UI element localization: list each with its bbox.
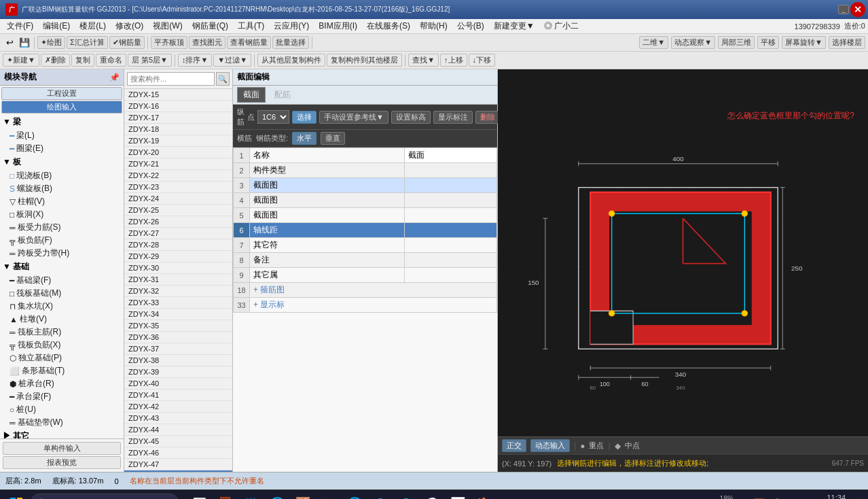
taskbar-app-store[interactable]: 🪟 [291, 492, 315, 500]
btn-sort[interactable]: ↕排序▼ [178, 54, 212, 67]
sidebar-item-sump[interactable]: ⊓ 集水坑(X) [0, 300, 124, 313]
btn-find[interactable]: 查找▼ [408, 54, 439, 67]
sidebar-group-other[interactable]: ▶ 其它 [0, 429, 124, 438]
toolbar-select-floor[interactable]: 选择楼层 [829, 36, 865, 49]
list-item[interactable]: ZDYX-23 [124, 182, 232, 193]
prop-value-other-attr[interactable] [405, 268, 497, 283]
sidebar-item-pile-cap[interactable]: ⬢ 桩承台(R) [0, 377, 124, 390]
tab-horizontal[interactable]: 水平 [292, 132, 317, 145]
list-item[interactable]: ZDYX-42 [124, 401, 232, 413]
btn-copy[interactable]: 复制 [71, 54, 94, 67]
btn-copy-from-layer[interactable]: 从其他层复制构件 [257, 54, 325, 67]
taskbar-app-calc[interactable]: 📊 [446, 492, 470, 500]
list-item[interactable]: ZDYX-17 [124, 112, 232, 124]
prop-value-name[interactable]: 截面 [405, 148, 497, 163]
sidebar-item-raft-main-rebar[interactable]: ═ 筏板主筋(R) [0, 326, 124, 339]
list-item[interactable]: ZDYX-29 [124, 251, 232, 262]
list-item[interactable]: ZDYX-24 [124, 193, 232, 205]
list-item[interactable]: ZDYX-15 [124, 89, 232, 101]
prop-value-type[interactable] [405, 163, 497, 178]
list-item[interactable]: ZDYX-33 [124, 297, 232, 309]
list-item[interactable]: ZDYX-45 [124, 436, 232, 447]
sidebar-item-column-pedestal[interactable]: ▲ 柱墩(V) [0, 313, 124, 326]
list-item[interactable]: ZDYX-20 [124, 147, 232, 158]
btn-manual-ref-line[interactable]: 手动设置参考线▼ [319, 111, 388, 124]
list-item[interactable]: ZDYX-38 [124, 355, 232, 366]
list-item[interactable]: ZDYX-43 [124, 413, 232, 424]
taskbar-app-task-view[interactable]: ⬜ [187, 492, 212, 500]
sidebar-item-foundation-belt[interactable]: ═ 基础垫带(W) [0, 416, 124, 429]
toolbar-sum[interactable]: Σ汇总计算 [67, 36, 108, 49]
menu-view[interactable]: 视图(W) [149, 19, 186, 33]
sidebar-group-slab[interactable]: ▼ 板 [0, 155, 124, 169]
sidebar-item-cap-beam[interactable]: ━ 承台梁(F) [0, 390, 124, 403]
toolbar-batch-select[interactable]: 批量选择 [272, 36, 309, 49]
taskbar-app-goglodon[interactable]: G [368, 492, 393, 500]
rebar-type-select[interactable]: 1C6 [257, 110, 289, 124]
taskbar-app-ie[interactable]: 🌐 [265, 492, 289, 500]
toolbar-local-3d[interactable]: 局部三维 [718, 36, 755, 49]
prop-value-section[interactable] [405, 178, 497, 193]
toolbar-align-top[interactable]: 平齐板顶 [151, 36, 187, 49]
sidebar-item-strip-foundation[interactable]: ⬜ 条形基础(T) [0, 364, 124, 377]
sidebar-item-raft-neg-rebar[interactable]: ╦ 筏板负筋(X) [0, 339, 124, 351]
prop-value-axis[interactable] [405, 223, 497, 238]
btn-new[interactable]: ✦新建▼ [3, 54, 39, 67]
list-item[interactable]: ZDYX-28 [124, 239, 232, 251]
sidebar-item-span-rebar[interactable]: ═ 跨板受力带(H) [0, 247, 124, 260]
list-item[interactable]: ZDYX-41 [124, 390, 232, 401]
sidebar-item-slab-hole[interactable]: □ 板洞(X) [0, 208, 124, 221]
list-item[interactable]: ZDYX-36 [124, 332, 232, 343]
btn-layer[interactable]: 层 第5层▼ [128, 54, 172, 67]
list-item[interactable]: ZDYX-39 [124, 366, 232, 378]
list-item[interactable]: ZDYX-44 [124, 424, 232, 436]
tab-section[interactable]: 截面 [237, 87, 266, 103]
sidebar-item-pile[interactable]: ○ 桩(U) [0, 403, 124, 416]
expand-show[interactable]: + 显示标 [253, 300, 285, 309]
menu-edit[interactable]: 编辑(E) [39, 19, 74, 33]
sidebar-item-foundation-beam[interactable]: ━ 基础梁(F) [0, 274, 124, 287]
tab-vertical[interactable]: 垂直 [321, 132, 345, 145]
close-button[interactable]: ✕ [850, 2, 865, 17]
toolbar-rebar-count[interactable]: ✔钢筋量 [109, 36, 145, 49]
toolbar-view-rebar[interactable]: 查看钢筋量 [227, 36, 271, 49]
menu-assistant[interactable]: ◎ 广小二 [540, 19, 583, 33]
search-button[interactable]: 🔍 [216, 72, 230, 86]
btn-delete[interactable]: ✗删除 [41, 54, 70, 67]
btn-rebar-select[interactable]: 选择 [292, 111, 317, 124]
btn-single-component[interactable]: 单构件输入 [3, 442, 121, 455]
btn-copy-to-layer[interactable]: 复制构件到其他楼层 [327, 54, 402, 67]
list-item[interactable]: ZDYX-46 [124, 447, 232, 459]
sidebar-pin-icon[interactable]: 📌 [109, 73, 120, 82]
sidebar-item-neg-rebar[interactable]: ╦ 板负筋(F) [0, 234, 124, 247]
sidebar-group-foundation[interactable]: ▼ 基础 [0, 260, 124, 274]
btn-move-up[interactable]: ↑上移 [440, 54, 467, 67]
taskbar-search-bar[interactable]: 🔍 在这里输入你要搜索的内容 [30, 494, 179, 500]
sidebar-item-beam-l[interactable]: ━ 梁(L) [0, 129, 124, 142]
sidebar-group-beam[interactable]: ▼ 梁 [0, 115, 124, 129]
btn-dynamic-input[interactable]: 动态输入 [530, 439, 570, 452]
sidebar-item-slab-b[interactable]: □ 现浇板(B) [0, 169, 124, 182]
sidebar-item-slab-rebar[interactable]: ═ 板受力筋(S) [0, 221, 124, 234]
list-item[interactable]: ZDYX-18 [124, 124, 232, 135]
toolbar-dynamic[interactable]: 动态观察▼ [671, 36, 715, 49]
prop-value-note[interactable] [405, 253, 497, 268]
prop-value-section3[interactable] [405, 208, 497, 223]
prop-value-other-sign[interactable] [405, 238, 497, 253]
sidebar-engineering-setup[interactable]: 工程设置 [1, 87, 122, 100]
list-item[interactable]: ZDYX-16 [124, 101, 232, 112]
taskbar-app-folder[interactable]: 📁 [317, 492, 341, 500]
menu-new-change[interactable]: 新建变更▼ [490, 19, 539, 33]
list-item[interactable]: ZDYX-37 [124, 343, 232, 355]
toolbar-2d[interactable]: 二维▼ [639, 36, 668, 49]
sidebar-item-helical-slab[interactable]: S 螺旋板(B) [0, 182, 124, 195]
menu-steel[interactable]: 钢筋量(Q) [188, 19, 232, 33]
sidebar-item-column-cap[interactable]: ▽ 柱帽(V) [0, 195, 124, 208]
list-item-selected[interactable]: ZDYX-48 [124, 470, 232, 472]
toolbar-find[interactable]: 查找图元 [189, 36, 225, 49]
menu-account[interactable]: 公号(B) [453, 19, 488, 33]
sidebar-item-raft[interactable]: □ 筏板基础(M) [0, 287, 124, 300]
expand-stirrup[interactable]: + 箍筋图 [253, 285, 285, 294]
list-item[interactable]: ZDYX-40 [124, 378, 232, 390]
toolbar-draw[interactable]: ✦绘图 [37, 36, 65, 49]
